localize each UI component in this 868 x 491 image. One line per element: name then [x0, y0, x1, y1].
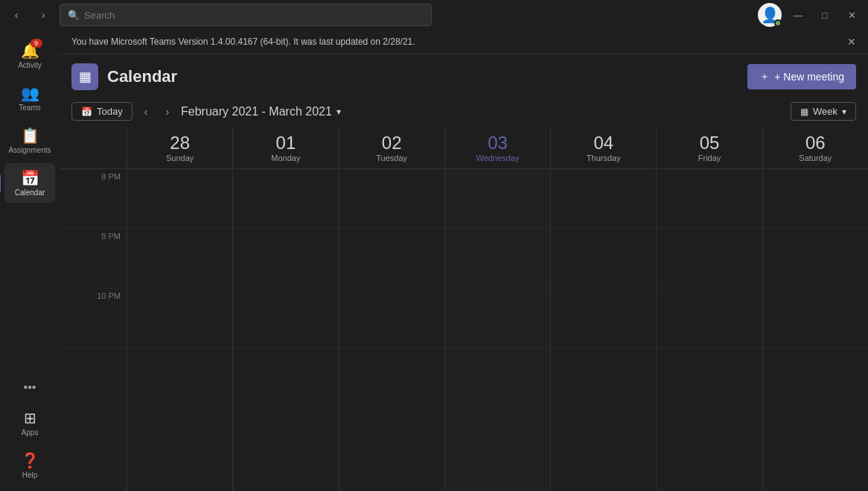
day-slot-wed-10pm[interactable]: [445, 288, 550, 348]
day-slot-mon-10pm[interactable]: [233, 288, 338, 348]
sidebar-item-apps[interactable]: ⊞ Apps: [4, 403, 55, 443]
sidebar-item-activity[interactable]: 🔔 9 Activity: [4, 36, 55, 75]
day-slot-thu-9pm[interactable]: [551, 229, 656, 288]
day-col-friday: [656, 169, 762, 491]
content-area: You have Microsoft Teams Version 1.4.00.…: [60, 30, 868, 491]
sidebar: 🔔 9 Activity 👥 Teams 📋 Assignments 📅 Cal…: [0, 30, 60, 491]
time-slot-8pm: 8 PM: [60, 169, 127, 229]
day-slot-thu-10pm[interactable]: [551, 288, 656, 348]
day-name-sunday: Sunday: [130, 153, 229, 162]
calendar-body: 8 PM 9 PM 10 PM: [60, 169, 868, 491]
calendar-header: ▦ Calendar ＋ + New meeting: [60, 54, 868, 99]
day-slot-thu-8pm[interactable]: [551, 169, 656, 229]
day-slot-sat-10pm[interactable]: [763, 288, 868, 348]
day-col-wednesday: [444, 169, 550, 491]
day-header-5: 05 Friday: [656, 127, 762, 168]
time-column: 8 PM 9 PM 10 PM: [60, 169, 127, 491]
day-number-01: 01: [236, 133, 335, 153]
date-range-display[interactable]: February 2021 - March 2021 ▾: [181, 105, 341, 118]
day-slot-tue-10pm[interactable]: [339, 288, 444, 348]
search-icon: 🔍: [68, 10, 80, 21]
more-icon: •••: [24, 381, 36, 394]
minimize-button[interactable]: —: [788, 4, 808, 25]
day-slot-wed-9pm[interactable]: [445, 229, 550, 288]
day-name-friday: Friday: [660, 153, 759, 162]
calendar-prev-button[interactable]: ‹: [138, 103, 154, 121]
day-number-04: 04: [554, 133, 653, 153]
apps-icon: ⊞: [24, 409, 36, 427]
day-slot-tue-8pm[interactable]: [339, 169, 444, 229]
search-bar[interactable]: 🔍 Search: [60, 4, 432, 26]
main-layout: 🔔 9 Activity 👥 Teams 📋 Assignments 📅 Cal…: [0, 30, 868, 491]
today-calendar-icon: 📅: [81, 107, 92, 117]
day-slot-sun-9pm[interactable]: [127, 229, 232, 288]
sidebar-item-assignments[interactable]: 📋 Assignments: [4, 121, 55, 160]
help-icon: ❓: [21, 452, 39, 469]
assignments-icon: 📋: [21, 127, 39, 145]
day-slot-sun-8pm[interactable]: [127, 169, 232, 229]
today-button[interactable]: 📅 Today: [71, 102, 133, 121]
title-bar-right: 👤 — □ ✕: [758, 3, 862, 27]
day-name-monday: Monday: [236, 153, 335, 162]
calendar-app-icon: ▦: [71, 63, 98, 90]
day-slot-sun-10pm[interactable]: [127, 288, 232, 348]
back-button[interactable]: ‹: [6, 4, 27, 25]
date-range-chevron-icon: ▾: [336, 107, 341, 117]
day-number-06: 06: [766, 133, 865, 153]
notification-close-button[interactable]: ✕: [847, 36, 856, 48]
day-name-thursday: Thursday: [554, 153, 653, 162]
title-bar-left: ‹ › 🔍 Search: [6, 4, 432, 26]
time-label-8pm: 8 PM: [101, 172, 121, 181]
day-header-6: 06 Saturday: [762, 127, 868, 168]
day-number-03: 03: [448, 133, 547, 153]
day-col-tuesday: [339, 169, 444, 491]
sidebar-item-calendar[interactable]: 📅 Calendar: [4, 163, 55, 203]
day-number-02: 02: [342, 133, 441, 153]
maximize-button[interactable]: □: [814, 4, 835, 25]
new-meeting-label: + New meeting: [774, 71, 844, 83]
calendar-icon: 📅: [21, 169, 39, 187]
close-button[interactable]: ✕: [841, 4, 862, 25]
forward-button[interactable]: ›: [33, 4, 54, 25]
time-column-header: [60, 127, 127, 168]
grid-view-icon: ▦: [800, 107, 808, 117]
day-slot-fri-8pm[interactable]: [657, 169, 762, 229]
day-slot-tue-9pm[interactable]: [339, 229, 444, 288]
day-header-3: 03 Wednesday: [444, 127, 550, 168]
search-placeholder: Search: [84, 10, 115, 21]
day-number-28: 28: [130, 133, 229, 153]
day-slot-fri-10pm[interactable]: [657, 288, 762, 348]
sidebar-item-teams[interactable]: 👥 Teams: [4, 78, 55, 118]
sidebar-item-more[interactable]: •••: [4, 375, 55, 400]
notification-message: You have Microsoft Teams Version 1.4.00.…: [71, 37, 415, 47]
activity-icon: 🔔 9: [21, 42, 39, 60]
sidebar-label-apps: Apps: [22, 428, 39, 437]
day-col-saturday: [762, 169, 868, 491]
activity-badge: 9: [31, 39, 42, 48]
week-label: Week: [813, 106, 837, 117]
day-slot-mon-9pm[interactable]: [233, 229, 338, 288]
sidebar-label-calendar: Calendar: [15, 189, 45, 197]
day-slot-sat-9pm[interactable]: [763, 229, 868, 288]
time-label-10pm: 10 PM: [97, 291, 121, 300]
calendar-toolbar: 📅 Today ‹ › February 2021 - March 2021 ▾…: [60, 99, 868, 127]
day-slot-wed-8pm[interactable]: [445, 169, 550, 229]
sidebar-label-assignments: Assignments: [8, 146, 51, 154]
week-chevron-icon: ▾: [842, 107, 846, 117]
day-name-saturday: Saturday: [766, 153, 865, 162]
toolbar-left: 📅 Today ‹ › February 2021 - March 2021 ▾: [71, 102, 341, 121]
day-slot-fri-9pm[interactable]: [657, 229, 762, 288]
avatar[interactable]: 👤: [758, 3, 782, 27]
calendar-next-button[interactable]: ›: [159, 103, 175, 121]
day-slot-mon-8pm[interactable]: [233, 169, 338, 229]
new-meeting-button[interactable]: ＋ + New meeting: [747, 64, 856, 89]
new-meeting-plus-icon: ＋: [759, 70, 770, 83]
today-label: Today: [97, 106, 123, 117]
calendar-title-area: ▦ Calendar: [71, 63, 177, 90]
day-header-4: 04 Thursday: [550, 127, 656, 168]
sidebar-item-help[interactable]: ❓ Help: [4, 446, 55, 485]
day-slot-sat-8pm[interactable]: [763, 169, 868, 229]
week-view-button[interactable]: ▦ Week ▾: [791, 102, 856, 121]
day-col-monday: [232, 169, 338, 491]
time-slot-9pm: 9 PM: [60, 229, 127, 288]
